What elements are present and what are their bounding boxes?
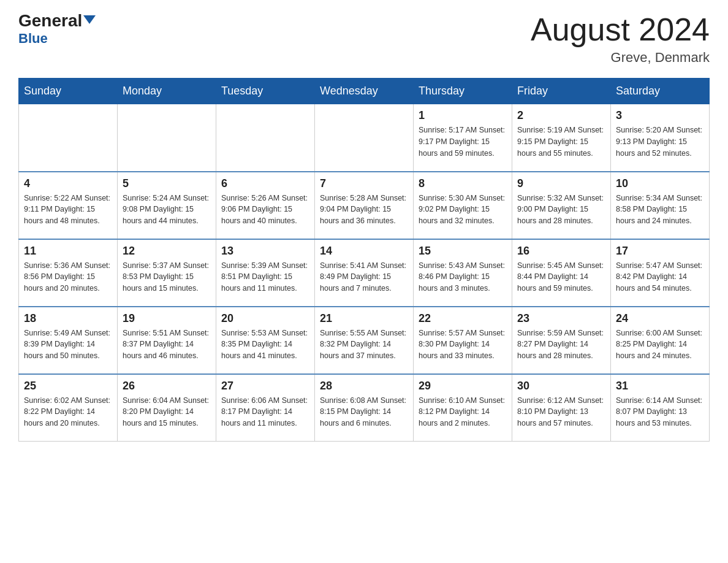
calendar-cell: 9Sunrise: 5:32 AM Sunset: 9:00 PM Daylig… [512,172,611,239]
day-info: Sunrise: 5:49 AM Sunset: 8:39 PM Dayligh… [24,327,112,362]
day-number: 19 [123,312,211,325]
day-number: 15 [419,245,507,258]
calendar-cell: 12Sunrise: 5:37 AM Sunset: 8:53 PM Dayli… [118,239,216,307]
calendar-cell: 24Sunrise: 6:00 AM Sunset: 8:25 PM Dayli… [611,307,710,374]
header-right: August 2024 Greve, Denmark [531,12,710,66]
day-number: 28 [320,380,408,393]
day-info: Sunrise: 5:51 AM Sunset: 8:37 PM Dayligh… [123,327,211,362]
day-info: Sunrise: 5:24 AM Sunset: 9:08 PM Dayligh… [123,193,211,227]
calendar-cell: 11Sunrise: 5:36 AM Sunset: 8:56 PM Dayli… [19,239,118,307]
day-info: Sunrise: 5:45 AM Sunset: 8:44 PM Dayligh… [517,260,605,294]
day-info: Sunrise: 5:22 AM Sunset: 9:11 PM Dayligh… [24,193,112,227]
day-info: Sunrise: 5:36 AM Sunset: 8:56 PM Dayligh… [24,260,112,294]
day-number: 24 [616,312,704,325]
day-number: 12 [123,245,211,258]
column-header-sunday: Sunday [19,79,118,104]
day-info: Sunrise: 5:17 AM Sunset: 9:17 PM Dayligh… [419,124,507,159]
column-header-wednesday: Wednesday [315,79,414,104]
calendar-week-4: 18Sunrise: 5:49 AM Sunset: 8:39 PM Dayli… [19,307,710,374]
calendar-cell: 18Sunrise: 5:49 AM Sunset: 8:39 PM Dayli… [19,307,118,374]
day-info: Sunrise: 5:59 AM Sunset: 8:27 PM Dayligh… [517,327,605,362]
day-number: 2 [517,109,605,122]
day-number: 16 [517,245,605,258]
calendar-cell: 2Sunrise: 5:19 AM Sunset: 9:15 PM Daylig… [512,104,611,172]
day-number: 21 [320,312,408,325]
column-header-tuesday: Tuesday [216,79,315,104]
page-header: General Blue August 2024 Greve, Denmark [18,12,710,66]
day-info: Sunrise: 5:43 AM Sunset: 8:46 PM Dayligh… [419,260,507,294]
calendar-week-2: 4Sunrise: 5:22 AM Sunset: 9:11 PM Daylig… [19,172,710,239]
calendar-week-3: 11Sunrise: 5:36 AM Sunset: 8:56 PM Dayli… [19,239,710,307]
calendar-header-row: SundayMondayTuesdayWednesdayThursdayFrid… [19,79,710,104]
calendar-cell: 20Sunrise: 5:53 AM Sunset: 8:35 PM Dayli… [216,307,315,374]
day-number: 25 [24,380,112,393]
day-number: 5 [123,177,211,190]
day-info: Sunrise: 5:26 AM Sunset: 9:06 PM Dayligh… [221,193,309,227]
logo-blue: Blue [18,31,48,47]
calendar-cell: 15Sunrise: 5:43 AM Sunset: 8:46 PM Dayli… [414,239,512,307]
calendar-cell: 21Sunrise: 5:55 AM Sunset: 8:32 PM Dayli… [315,307,414,374]
calendar-cell: 16Sunrise: 5:45 AM Sunset: 8:44 PM Dayli… [512,239,611,307]
day-number: 13 [221,245,309,258]
day-number: 17 [616,245,704,258]
day-number: 22 [419,312,507,325]
calendar-cell: 10Sunrise: 5:34 AM Sunset: 8:58 PM Dayli… [611,172,710,239]
column-header-friday: Friday [512,79,611,104]
logo-general: General [18,12,96,29]
day-info: Sunrise: 5:55 AM Sunset: 8:32 PM Dayligh… [320,327,408,362]
calendar-cell: 26Sunrise: 6:04 AM Sunset: 8:20 PM Dayli… [118,374,216,442]
column-header-monday: Monday [118,79,216,104]
day-number: 6 [221,177,309,190]
calendar-cell: 5Sunrise: 5:24 AM Sunset: 9:08 PM Daylig… [118,172,216,239]
day-number: 27 [221,380,309,393]
day-info: Sunrise: 5:34 AM Sunset: 8:58 PM Dayligh… [616,193,704,227]
day-info: Sunrise: 5:47 AM Sunset: 8:42 PM Dayligh… [616,260,704,294]
day-info: Sunrise: 5:20 AM Sunset: 9:13 PM Dayligh… [616,124,704,159]
calendar-cell: 25Sunrise: 6:02 AM Sunset: 8:22 PM Dayli… [19,374,118,442]
logo-triangle-icon [83,15,96,24]
day-number: 4 [24,177,112,190]
day-info: Sunrise: 5:39 AM Sunset: 8:51 PM Dayligh… [221,260,309,294]
calendar-cell: 19Sunrise: 5:51 AM Sunset: 8:37 PM Dayli… [118,307,216,374]
calendar-cell [315,104,414,172]
calendar-cell: 6Sunrise: 5:26 AM Sunset: 9:06 PM Daylig… [216,172,315,239]
day-info: Sunrise: 5:19 AM Sunset: 9:15 PM Dayligh… [517,124,605,159]
calendar-cell: 4Sunrise: 5:22 AM Sunset: 9:11 PM Daylig… [19,172,118,239]
calendar-cell [216,104,315,172]
calendar-cell: 8Sunrise: 5:30 AM Sunset: 9:02 PM Daylig… [414,172,512,239]
day-info: Sunrise: 5:37 AM Sunset: 8:53 PM Dayligh… [123,260,211,294]
calendar-cell: 27Sunrise: 6:06 AM Sunset: 8:17 PM Dayli… [216,374,315,442]
calendar-cell: 28Sunrise: 6:08 AM Sunset: 8:15 PM Dayli… [315,374,414,442]
location-title: Greve, Denmark [531,50,710,66]
calendar-cell [118,104,216,172]
calendar-cell [19,104,118,172]
day-number: 26 [123,380,211,393]
calendar-cell: 31Sunrise: 6:14 AM Sunset: 8:07 PM Dayli… [611,374,710,442]
day-number: 31 [616,380,704,393]
day-number: 23 [517,312,605,325]
calendar-week-1: 1Sunrise: 5:17 AM Sunset: 9:17 PM Daylig… [19,104,710,172]
day-number: 1 [419,109,507,122]
day-info: Sunrise: 6:06 AM Sunset: 8:17 PM Dayligh… [221,395,309,429]
day-info: Sunrise: 5:57 AM Sunset: 8:30 PM Dayligh… [419,327,507,362]
day-number: 10 [616,177,704,190]
day-info: Sunrise: 6:04 AM Sunset: 8:20 PM Dayligh… [123,395,211,429]
day-number: 9 [517,177,605,190]
calendar-cell: 30Sunrise: 6:12 AM Sunset: 8:10 PM Dayli… [512,374,611,442]
day-info: Sunrise: 6:00 AM Sunset: 8:25 PM Dayligh… [616,327,704,362]
day-info: Sunrise: 6:02 AM Sunset: 8:22 PM Dayligh… [24,395,112,429]
day-number: 18 [24,312,112,325]
calendar-cell: 1Sunrise: 5:17 AM Sunset: 9:17 PM Daylig… [414,104,512,172]
calendar-cell: 23Sunrise: 5:59 AM Sunset: 8:27 PM Dayli… [512,307,611,374]
calendar-table: SundayMondayTuesdayWednesdayThursdayFrid… [18,78,710,442]
calendar-cell: 17Sunrise: 5:47 AM Sunset: 8:42 PM Dayli… [611,239,710,307]
day-info: Sunrise: 6:08 AM Sunset: 8:15 PM Dayligh… [320,395,408,429]
calendar-cell: 29Sunrise: 6:10 AM Sunset: 8:12 PM Dayli… [414,374,512,442]
day-number: 8 [419,177,507,190]
day-info: Sunrise: 5:41 AM Sunset: 8:49 PM Dayligh… [320,260,408,294]
day-number: 20 [221,312,309,325]
day-info: Sunrise: 6:10 AM Sunset: 8:12 PM Dayligh… [419,395,507,429]
day-info: Sunrise: 5:28 AM Sunset: 9:04 PM Dayligh… [320,193,408,227]
day-number: 7 [320,177,408,190]
calendar-week-5: 25Sunrise: 6:02 AM Sunset: 8:22 PM Dayli… [19,374,710,442]
